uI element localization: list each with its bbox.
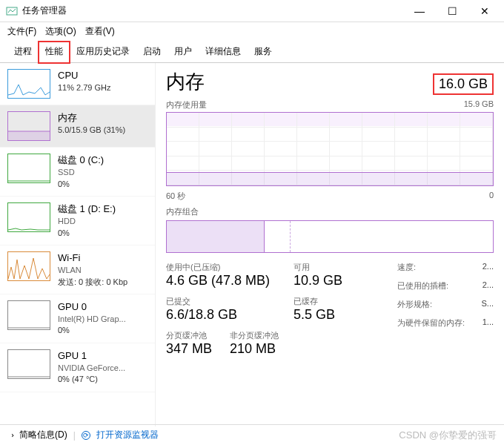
stat-paged: 分页缓冲池 347 MB — [166, 330, 212, 357]
tabbar: 进程 性能 应用历史记录 启动 用户 详细信息 服务 — [0, 41, 504, 63]
stat-committed: 已提交 6.6/18.8 GB — [166, 296, 279, 323]
disk0-title: 磁盘 0 (C:) — [58, 154, 104, 167]
axis-right: 0 — [489, 191, 494, 202]
wifi-thumb — [7, 251, 50, 281]
kv-reserved: 为硬件保留的内存:1... — [397, 317, 494, 329]
memory-usage-graph — [166, 112, 494, 186]
tab-details[interactable]: 详细信息 — [199, 42, 248, 63]
menu-options[interactable]: 选项(O) — [45, 25, 76, 38]
disk0-line1: SSD — [58, 167, 104, 178]
gpu0-line1: Intel(R) HD Grap... — [58, 314, 126, 325]
cpu-sub: 11% 2.79 GHz — [58, 82, 111, 93]
tab-services[interactable]: 服务 — [248, 42, 279, 63]
chevron-icon[interactable]: ⌃ — [7, 432, 15, 438]
resmon-link[interactable]: 打开资源监视器 — [96, 429, 159, 441]
tab-startup[interactable]: 启动 — [136, 42, 168, 63]
gpu1-line1: NVIDIA GeForce... — [58, 363, 125, 374]
kv-slots: 已使用的插槽:2... — [397, 280, 494, 291]
kv-speed: 速度:2... — [397, 262, 494, 273]
disk1-title: 磁盘 1 (D: E:) — [58, 202, 116, 216]
gpu0-thumb — [7, 300, 50, 330]
tab-processes[interactable]: 进程 — [7, 42, 39, 63]
page-title: 内存 — [166, 69, 205, 95]
sidebar-item-cpu[interactable]: CPU 11% 2.79 GHz — [0, 63, 155, 105]
sidebar-item-gpu1[interactable]: GPU 1 NVIDIA GeForce... 0% (47 °C) — [0, 343, 155, 392]
svg-rect-1 — [8, 131, 50, 140]
wifi-line2: 发送: 0 接收: 0 Kbp — [58, 277, 127, 288]
gpu0-title: GPU 0 — [58, 300, 126, 314]
maximize-button[interactable]: ☐ — [436, 1, 468, 22]
tab-users[interactable]: 用户 — [168, 42, 199, 63]
memory-composition-bar — [166, 220, 494, 253]
disk0-line2: 0% — [58, 179, 104, 190]
resmon-icon: ⟳ — [82, 431, 90, 440]
stat-inuse: 使用中(已压缩) 4.6 GB (47.8 MB) — [166, 262, 279, 289]
minimize-button[interactable]: — — [403, 1, 436, 22]
sidebar-item-disk1[interactable]: 磁盘 1 (D: E:) HDD 0% — [0, 197, 155, 245]
cpu-thumb — [7, 69, 50, 99]
axis-left: 60 秒 — [166, 191, 185, 202]
kv-form: 外形规格:S... — [397, 299, 494, 310]
stat-available: 可用 10.9 GB — [294, 262, 342, 289]
wifi-title: Wi-Fi — [58, 251, 127, 265]
main-panel: 内存 16.0 GB 内存使用量 15.9 GB 60 秒 0 内存组合 使用中… — [156, 63, 504, 426]
usage-max: 15.9 GB — [464, 99, 494, 111]
menu-file[interactable]: 文件(F) — [7, 25, 36, 38]
stats-grid: 使用中(已压缩) 4.6 GB (47.8 MB) 已提交 6.6/18.8 G… — [166, 262, 494, 357]
fewer-details-link[interactable]: 简略信息(D) — [19, 429, 67, 441]
disk0-thumb — [7, 154, 50, 183]
disk1-thumb — [7, 202, 50, 232]
wifi-line1: WLAN — [58, 265, 127, 276]
menubar: 文件(F) 选项(O) 查看(V) — [0, 22, 504, 41]
disk1-line2: 0% — [58, 228, 116, 239]
memory-title: 内存 — [58, 111, 125, 125]
titlebar: 任务管理器 — ☐ ✕ — [0, 0, 504, 22]
tab-app-history[interactable]: 应用历史记录 — [70, 42, 136, 63]
memory-thumb — [7, 111, 50, 141]
sidebar-item-gpu0[interactable]: GPU 0 Intel(R) HD Grap... 0% — [0, 294, 155, 343]
content-area: CPU 11% 2.79 GHz 内存 5.0/15.9 GB (31%) 磁盘… — [0, 63, 504, 426]
sidebar-item-memory[interactable]: 内存 5.0/15.9 GB (31%) — [0, 105, 155, 148]
usage-label: 内存使用量 — [166, 99, 207, 111]
gpu1-title: GPU 1 — [58, 349, 125, 363]
composition-label: 内存组合 — [166, 206, 199, 217]
stat-cached: 已缓存 5.5 GB — [294, 296, 342, 323]
window-title: 任务管理器 — [22, 4, 403, 17]
menu-view[interactable]: 查看(V) — [85, 25, 115, 38]
gpu0-line2: 0% — [58, 325, 126, 336]
gpu1-thumb — [7, 349, 50, 379]
cpu-title: CPU — [58, 69, 111, 82]
sidebar-item-wifi[interactable]: Wi-Fi WLAN 发送: 0 接收: 0 Kbp — [0, 245, 155, 294]
tab-performance[interactable]: 性能 — [39, 42, 70, 63]
app-icon — [6, 5, 18, 17]
sidebar: CPU 11% 2.79 GHz 内存 5.0/15.9 GB (31%) 磁盘… — [0, 63, 156, 426]
gpu1-line2: 0% (47 °C) — [58, 374, 125, 385]
total-memory: 16.0 GB — [433, 73, 494, 95]
stat-nonpaged: 非分页缓冲池 210 MB — [230, 330, 279, 357]
watermark: CSDN @你挚爱的强哥 — [399, 429, 497, 442]
sidebar-item-disk0[interactable]: 磁盘 0 (C:) SSD 0% — [0, 148, 155, 197]
close-button[interactable]: ✕ — [468, 1, 501, 22]
disk1-line1: HDD — [58, 216, 116, 227]
memory-sub: 5.0/15.9 GB (31%) — [58, 125, 125, 136]
